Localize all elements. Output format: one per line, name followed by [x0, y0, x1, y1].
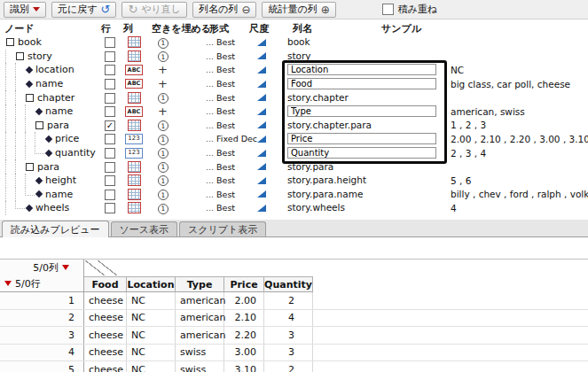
statistics-column-button[interactable]: 統計量の列 ⊕ [262, 2, 335, 18]
row-number[interactable]: 2 [0, 310, 84, 327]
format-button[interactable]: ... [206, 106, 214, 116]
continuous-scale-icon[interactable] [257, 136, 266, 143]
continuous-scale-icon[interactable] [257, 52, 266, 59]
table-column-icon[interactable] [128, 92, 141, 104]
fill-plus-icon[interactable]: + [158, 105, 168, 118]
format-button[interactable]: ... [206, 162, 214, 172]
node-label[interactable]: wheels [35, 202, 69, 213]
fill-gaps-icon[interactable]: 1 [158, 93, 169, 104]
use-row-checkbox[interactable] [105, 51, 115, 62]
tab-source-view[interactable]: ソース表示 [111, 221, 178, 236]
use-row-checkbox[interactable] [105, 79, 115, 89]
continuous-scale-icon[interactable] [257, 94, 266, 101]
table-column-icon[interactable] [128, 189, 141, 200]
continuous-scale-icon[interactable] [257, 39, 266, 46]
columns-red-triangle-menu[interactable] [62, 265, 69, 270]
continuous-scale-icon[interactable] [257, 190, 266, 198]
numeric-column-icon[interactable]: 123 [125, 148, 143, 159]
fill-gaps-icon[interactable]: 1 [158, 175, 169, 186]
use-row-checkbox[interactable] [105, 106, 115, 117]
character-column-icon[interactable]: ABC [125, 65, 143, 75]
fill-gaps-icon[interactable]: 1 [158, 190, 169, 200]
node-label[interactable]: name [45, 105, 73, 117]
continuous-scale-icon[interactable] [257, 150, 266, 157]
format-button[interactable]: ... [206, 51, 214, 61]
node-label[interactable]: height [45, 174, 76, 186]
column-header[interactable]: Quantity [264, 276, 313, 292]
rows-red-triangle-menu[interactable] [4, 281, 12, 286]
format-button[interactable]: ... [206, 203, 214, 213]
node-label[interactable]: price [55, 133, 79, 144]
row-number[interactable]: 4 [0, 345, 84, 361]
node-label[interactable]: name [35, 78, 63, 89]
character-column-icon[interactable]: ABC [125, 106, 143, 117]
continuous-scale-icon[interactable] [257, 108, 266, 115]
column-name-input[interactable] [287, 105, 436, 117]
continuous-scale-icon[interactable] [257, 66, 266, 74]
use-row-checkbox[interactable] [105, 190, 115, 200]
fill-gaps-icon[interactable]: 1 [158, 148, 169, 159]
table-column-icon[interactable] [128, 50, 141, 62]
use-row-checkbox[interactable]: ✓ [105, 120, 115, 131]
use-row-checkbox[interactable] [105, 93, 115, 104]
use-row-checkbox[interactable] [105, 175, 115, 186]
character-column-icon[interactable]: ABC [125, 79, 143, 89]
table-column-icon[interactable] [128, 36, 141, 48]
fill-gaps-icon[interactable]: 1 [158, 204, 169, 214]
column-header[interactable]: Food [84, 276, 127, 292]
format-button[interactable]: ... [206, 148, 214, 158]
column-name-input[interactable] [287, 147, 436, 159]
continuous-scale-icon[interactable] [257, 177, 266, 184]
column-name-input[interactable] [287, 64, 436, 75]
row-number[interactable]: 1 [0, 292, 84, 309]
format-button[interactable]: ... [206, 65, 214, 74]
continuous-scale-icon[interactable] [257, 121, 266, 128]
format-button[interactable]: ... [206, 93, 214, 103]
table-column-icon[interactable] [128, 161, 141, 173]
stack-checkbox[interactable] [382, 4, 394, 15]
use-row-checkbox[interactable] [105, 148, 115, 159]
use-row-checkbox[interactable] [105, 162, 115, 173]
column-header[interactable]: Price [224, 276, 264, 292]
node-label[interactable]: quantity [55, 147, 96, 159]
node-label[interactable]: name [45, 189, 73, 200]
tab-import-preview[interactable]: 読み込みプレビュー [2, 221, 109, 237]
column-name-input[interactable] [287, 78, 436, 89]
column-header[interactable]: Location [127, 276, 176, 292]
column-header[interactable]: Type [176, 276, 224, 292]
node-label[interactable]: para [47, 120, 69, 131]
column-name-column-button[interactable]: 列名の列 ⊖ [192, 2, 256, 18]
column-name-input[interactable] [287, 133, 436, 144]
use-row-checkbox[interactable] [105, 37, 115, 48]
fill-gaps-icon[interactable]: 1 [158, 120, 169, 131]
numeric-column-icon[interactable]: 123 [125, 134, 143, 144]
row-number[interactable]: 5 [0, 361, 84, 372]
table-column-icon[interactable] [128, 120, 141, 131]
fill-plus-icon[interactable]: + [158, 63, 168, 76]
format-button[interactable]: ... [206, 79, 214, 89]
format-button[interactable]: ... [206, 37, 214, 47]
fill-plus-icon[interactable]: + [158, 77, 168, 90]
row-number[interactable]: 3 [0, 327, 84, 344]
node-label[interactable]: chapter [37, 92, 74, 104]
identify-menu-button[interactable]: 識別 [4, 2, 46, 18]
continuous-scale-icon[interactable] [257, 205, 266, 212]
continuous-scale-icon[interactable] [257, 163, 266, 170]
fill-gaps-icon[interactable]: 1 [158, 162, 169, 173]
node-label[interactable]: story [27, 50, 52, 62]
use-row-checkbox[interactable] [105, 203, 115, 213]
continuous-scale-icon[interactable] [257, 81, 266, 88]
use-row-checkbox[interactable] [105, 65, 115, 75]
table-column-icon[interactable] [128, 174, 141, 186]
format-button[interactable]: ... [206, 190, 214, 199]
fill-gaps-icon[interactable]: 1 [158, 135, 169, 145]
node-label[interactable]: book [18, 36, 42, 48]
redo-button[interactable]: ↻ やり直し [122, 2, 187, 18]
fill-gaps-icon[interactable]: 1 [158, 51, 169, 62]
use-row-checkbox[interactable] [105, 134, 115, 144]
format-button[interactable]: ... [206, 120, 214, 130]
tab-script-view[interactable]: スクリプト表示 [179, 221, 266, 236]
format-button[interactable]: ... [206, 134, 214, 143]
node-label[interactable]: para [37, 161, 59, 173]
node-label[interactable]: location [35, 64, 74, 75]
